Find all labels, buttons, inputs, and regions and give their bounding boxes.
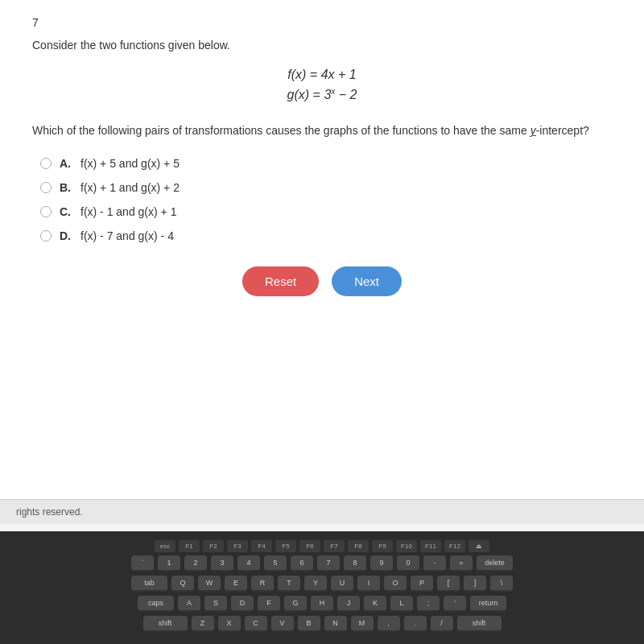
key-shift-l: shift xyxy=(143,616,188,632)
key-f6: F6 xyxy=(299,540,320,552)
key-y: Y xyxy=(304,576,327,592)
key-x: X xyxy=(218,616,241,632)
key-r: R xyxy=(251,576,274,592)
key-f11: F11 xyxy=(420,540,441,552)
key-tab: tab xyxy=(131,576,167,592)
option-d-label: D. xyxy=(60,229,74,242)
keyboard: esc F1 F2 F3 F4 F5 F6 F7 F8 F9 F10 F11 F… xyxy=(0,531,644,644)
option-c-text: f(x) - 1 and g(x) + 1 xyxy=(80,205,176,218)
radio-c[interactable] xyxy=(40,206,52,217)
key-g: G xyxy=(284,596,307,612)
footer: rights reserved. xyxy=(0,499,644,524)
key-f3: F3 xyxy=(227,540,248,552)
key-t: T xyxy=(278,576,300,592)
key-1: 1 xyxy=(158,555,180,572)
key-slash: / xyxy=(431,616,453,632)
key-f5: F5 xyxy=(275,540,296,552)
key-a: A xyxy=(178,596,200,612)
key-equals: = xyxy=(450,555,473,572)
key-quote: ' xyxy=(444,596,466,612)
key-4: 4 xyxy=(237,555,260,572)
key-c: C xyxy=(245,616,267,632)
key-n: N xyxy=(324,616,347,632)
key-s: S xyxy=(204,596,227,612)
option-a[interactable]: A. f(x) + 5 and g(x) + 5 xyxy=(40,157,612,170)
reset-button[interactable]: Reset xyxy=(242,266,319,296)
key-backslash: \ xyxy=(490,576,513,592)
key-k: K xyxy=(364,596,386,612)
key-p: P xyxy=(411,576,433,592)
key-9: 9 xyxy=(370,555,393,572)
option-b-label: B. xyxy=(60,181,74,194)
key-5: 5 xyxy=(264,555,287,572)
key-period: . xyxy=(404,616,427,632)
key-shift-r: shift xyxy=(457,616,502,632)
key-2: 2 xyxy=(184,555,207,572)
key-f8: F8 xyxy=(348,540,369,552)
key-f4: F4 xyxy=(251,540,272,552)
key-7: 7 xyxy=(317,555,340,572)
key-u: U xyxy=(331,576,353,592)
formula-f: f(x) = 4x + 1 xyxy=(32,68,612,82)
key-o: O xyxy=(384,576,407,592)
formula-g: g(x) = 3x − 2 xyxy=(32,87,612,102)
key-h: H xyxy=(311,596,333,612)
intro-text: Consider the two functions given below. xyxy=(32,39,612,52)
key-j: J xyxy=(337,596,360,612)
key-v: V xyxy=(271,616,294,632)
key-caps: caps xyxy=(138,596,174,612)
key-minus: - xyxy=(423,555,446,572)
key-0: 0 xyxy=(397,555,419,572)
option-a-text: f(x) + 5 and g(x) + 5 xyxy=(80,157,180,170)
next-button[interactable]: Next xyxy=(332,266,402,296)
radio-d[interactable] xyxy=(40,230,52,242)
key-q: Q xyxy=(171,576,194,592)
option-d[interactable]: D. f(x) - 7 and g(x) - 4 xyxy=(40,229,612,242)
key-f2: F2 xyxy=(203,540,224,552)
option-b-text: f(x) + 1 and g(x) + 2 xyxy=(80,181,180,194)
key-backspace: delete xyxy=(477,555,513,572)
key-f: F xyxy=(258,596,280,612)
key-esc: esc xyxy=(155,540,175,552)
key-f10: F10 xyxy=(396,540,417,552)
key-6: 6 xyxy=(291,555,313,572)
key-f1: F1 xyxy=(179,540,200,552)
radio-a[interactable] xyxy=(40,158,52,169)
key-rbracket: ] xyxy=(464,576,486,592)
key-d: D xyxy=(231,596,254,612)
key-f9: F9 xyxy=(372,540,393,552)
key-e: E xyxy=(225,576,247,592)
key-semicolon: ; xyxy=(417,596,440,612)
option-d-text: f(x) - 7 and g(x) - 4 xyxy=(80,229,174,242)
key-backtick: ` xyxy=(131,555,154,572)
option-c-label: C. xyxy=(60,205,74,218)
key-comma: , xyxy=(378,616,400,632)
key-power: ⏏ xyxy=(469,540,489,552)
key-return: return xyxy=(470,596,506,612)
option-b[interactable]: B. f(x) + 1 and g(x) + 2 xyxy=(40,181,612,194)
key-f7: F7 xyxy=(324,540,345,552)
key-z: Z xyxy=(192,616,214,632)
key-8: 8 xyxy=(344,555,366,572)
radio-b[interactable] xyxy=(40,182,52,193)
option-a-label: A. xyxy=(60,157,74,170)
options-list: A. f(x) + 5 and g(x) + 5 B. f(x) + 1 and… xyxy=(40,157,612,242)
question-text: Which of the following pairs of transfor… xyxy=(32,122,612,139)
key-w: W xyxy=(198,576,221,592)
key-f12: F12 xyxy=(444,540,465,552)
formulas-block: f(x) = 4x + 1 g(x) = 3x − 2 xyxy=(32,68,612,102)
key-lbracket: [ xyxy=(437,576,460,592)
key-i: I xyxy=(357,576,380,592)
key-3: 3 xyxy=(211,555,233,572)
action-buttons: Reset Next xyxy=(32,266,612,296)
question-number: 7 xyxy=(32,16,612,29)
option-c[interactable]: C. f(x) - 1 and g(x) + 1 xyxy=(40,205,612,218)
key-b: B xyxy=(298,616,320,632)
key-m: M xyxy=(351,616,374,632)
key-l: L xyxy=(390,596,413,612)
